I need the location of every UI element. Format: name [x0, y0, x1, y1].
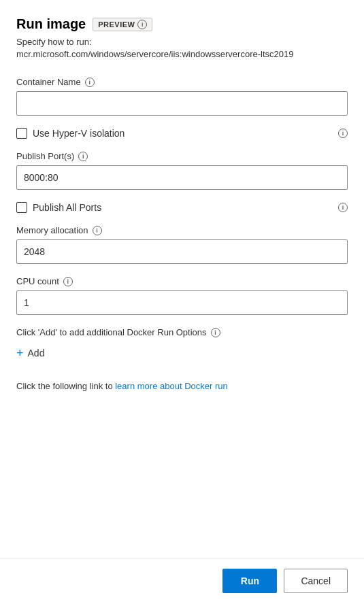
add-button-label: Add	[28, 348, 45, 358]
hyper-v-row: Use Hyper-V isolation i	[16, 128, 348, 139]
publish-all-ports-checkbox[interactable]	[16, 202, 27, 213]
add-section-label: Click 'Add' to add additional Docker Run…	[16, 327, 207, 337]
cpu-count-info-icon[interactable]: i	[63, 277, 73, 286]
hyper-v-checkbox[interactable]	[16, 128, 27, 139]
footer: Run Cancel	[0, 558, 364, 602]
plus-icon: +	[16, 347, 24, 359]
preview-badge: PREVIEW i	[93, 18, 152, 31]
memory-allocation-group: Memory allocation i	[16, 225, 348, 264]
publish-all-ports-row: Publish All Ports i	[16, 202, 348, 213]
cancel-button[interactable]: Cancel	[284, 569, 348, 593]
publish-all-ports-label[interactable]: Publish All Ports	[33, 202, 101, 213]
run-button[interactable]: Run	[222, 569, 277, 593]
hyper-v-info-icon[interactable]: i	[338, 129, 348, 138]
link-section: Click the following link to learn more a…	[16, 381, 348, 391]
container-name-input[interactable]	[16, 91, 348, 116]
cpu-count-group: CPU count i	[16, 276, 348, 315]
publish-all-ports-info-icon[interactable]: i	[338, 203, 348, 212]
publish-ports-input[interactable]	[16, 165, 348, 190]
cpu-count-label: CPU count	[16, 276, 59, 286]
add-section: Click 'Add' to add additional Docker Run…	[16, 327, 348, 362]
add-button[interactable]: + Add	[16, 344, 44, 362]
container-name-group: Container Name i	[16, 77, 348, 116]
container-name-info-icon[interactable]: i	[85, 78, 95, 87]
publish-ports-info-icon[interactable]: i	[78, 152, 88, 161]
docker-run-link[interactable]: learn more about Docker run	[115, 381, 227, 391]
container-name-label: Container Name	[16, 77, 81, 87]
add-section-info-icon[interactable]: i	[211, 328, 220, 337]
cpu-count-input[interactable]	[16, 290, 348, 315]
link-section-text: Click the following link to	[16, 381, 115, 391]
publish-ports-label: Publish Port(s)	[16, 151, 74, 161]
memory-allocation-label: Memory allocation	[16, 225, 88, 235]
subtitle: Specify how to run: mcr.microsoft.com/wi…	[16, 36, 348, 61]
preview-info-icon[interactable]: i	[137, 20, 147, 29]
page-title: Run image	[16, 16, 86, 32]
memory-allocation-info-icon[interactable]: i	[93, 226, 102, 235]
publish-ports-group: Publish Port(s) i	[16, 151, 348, 190]
memory-allocation-input[interactable]	[16, 239, 348, 264]
hyper-v-label[interactable]: Use Hyper-V isolation	[33, 128, 125, 139]
